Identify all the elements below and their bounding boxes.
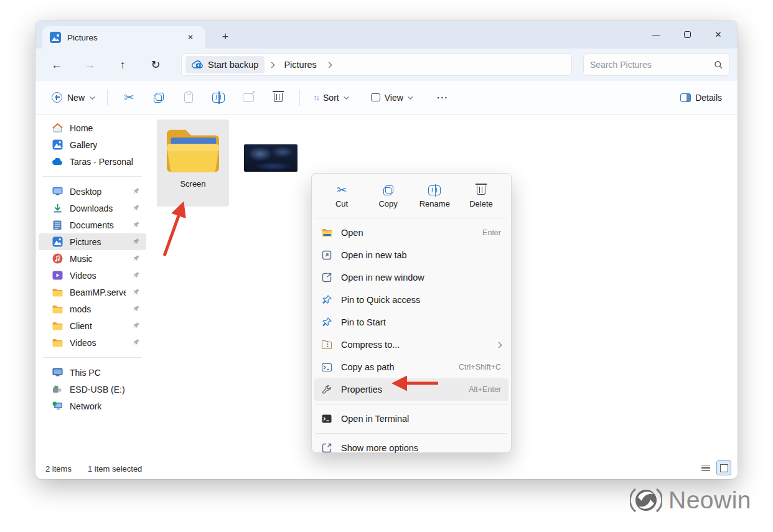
view-button[interactable]: View (364, 86, 418, 110)
usb-drive-icon (52, 384, 63, 395)
sidebar-divider (43, 176, 142, 177)
search-input[interactable] (590, 60, 714, 70)
sidebar-item-client[interactable]: Client (39, 317, 146, 334)
menu-item-pin-to-start[interactable]: Pin to Start (314, 311, 508, 334)
share-icon (243, 93, 254, 102)
folder-icon (52, 287, 63, 298)
pin-icon (133, 220, 140, 230)
menu-item-open-in-new-tab[interactable]: Open in new tab (314, 244, 508, 266)
sidebar-item-videos[interactable]: Videos (39, 267, 146, 284)
sort-button-label: Sort (323, 93, 339, 103)
menu-divider (316, 218, 507, 218)
explorer-body: Home Gallery Taras - Personal (35, 114, 738, 458)
show-more-options-icon (321, 442, 332, 454)
sort-button[interactable]: ↑↓ Sort (306, 86, 354, 110)
menu-item-copy-as-path[interactable]: Copy as path Ctrl+Shift+C (314, 356, 508, 378)
sidebar-item-label: Network (70, 401, 101, 411)
sidebar-item-label: Taras - Personal (70, 157, 133, 167)
sidebar-item-downloads[interactable]: Downloads (39, 200, 146, 217)
cut-menu-button[interactable]: ✂ Cut (322, 180, 362, 212)
more-options-button[interactable]: ⋯ (429, 86, 456, 110)
trash-icon (274, 93, 283, 102)
sidebar-item-gallery[interactable]: Gallery (39, 136, 146, 153)
menu-item-pin-to-quick-access[interactable]: Pin to Quick access (314, 289, 508, 311)
minimize-button[interactable]: — (640, 21, 672, 49)
details-button-label: Details (695, 93, 722, 103)
tab-close-icon[interactable]: ✕ (183, 30, 198, 45)
tab-pictures[interactable]: Pictures ✕ (42, 26, 205, 49)
menu-item-open-in-terminal[interactable]: Open in Terminal (314, 408, 508, 430)
search-icon[interactable] (714, 60, 723, 70)
navigation-pane: Home Gallery Taras - Personal (35, 114, 149, 458)
sidebar-item-label: Pictures (70, 237, 101, 247)
back-button[interactable]: ← (44, 54, 69, 76)
view-button-label: View (385, 93, 403, 103)
paste-button[interactable] (176, 86, 202, 110)
delete-button[interactable] (265, 86, 291, 110)
rename-menu-button[interactable]: Rename (415, 180, 454, 212)
start-backup-button[interactable]: Start backup (185, 56, 265, 73)
menu-item-compress-to[interactable]: Compress to... (314, 334, 508, 356)
onedrive-icon (52, 156, 63, 167)
menu-item-properties[interactable]: Properties Alt+Enter (314, 378, 508, 401)
sidebar-item-mods[interactable]: mods (39, 301, 146, 317)
search-box[interactable] (583, 54, 730, 76)
pin-icon (321, 294, 332, 306)
sidebar-item-music[interactable]: Music (39, 250, 146, 267)
breadcrumb-chevron-icon[interactable] (326, 62, 332, 68)
sidebar-item-this-pc[interactable]: This PC (39, 364, 146, 381)
menu-item-label: Pin to Quick access (341, 295, 420, 305)
cut-button[interactable]: ✂ (116, 86, 142, 110)
chevron-down-icon (408, 94, 413, 99)
share-button[interactable] (235, 86, 261, 110)
selection-count: 1 item selected (88, 464, 142, 474)
sidebar-item-label: Videos (70, 338, 96, 348)
documents-icon (52, 220, 63, 231)
sidebar-item-documents[interactable]: Documents (39, 217, 146, 233)
menu-item-label: Properties (341, 385, 382, 394)
file-tile-screenshots-folder[interactable]: Screen (157, 119, 229, 207)
menu-item-open-in-new-window[interactable]: Open in new window (314, 266, 508, 289)
menu-item-show-more-options[interactable]: Show more options (314, 437, 508, 459)
forward-button[interactable]: → (77, 54, 102, 76)
sidebar-item-esd-usb[interactable]: ESD-USB (E:) (39, 381, 146, 398)
copy-as-path-icon (321, 362, 332, 373)
sidebar-item-onedrive-personal[interactable]: Taras - Personal (39, 153, 146, 170)
delete-menu-button[interactable]: Delete (461, 180, 501, 212)
file-list-area[interactable]: Screen ✂ Cut Copy (149, 114, 738, 458)
new-tab-button[interactable]: + (216, 28, 235, 45)
folder-large-icon (164, 124, 222, 175)
address-bar[interactable]: Start backup Pictures (181, 54, 572, 76)
list-view-toggle[interactable] (699, 461, 713, 475)
new-button[interactable]: New (44, 86, 101, 110)
sidebar-item-network[interactable]: Network (39, 398, 146, 414)
refresh-button[interactable]: ↻ (143, 54, 168, 76)
breadcrumb-location[interactable]: Pictures (279, 60, 321, 70)
menu-item-open[interactable]: Open Enter (314, 222, 508, 244)
thumbnail-view-icon (720, 464, 728, 472)
music-icon (52, 253, 63, 264)
breadcrumb-chevron-icon[interactable] (269, 62, 275, 68)
context-menu: ✂ Cut Copy Rename Del (311, 173, 512, 453)
pin-icon (133, 304, 140, 314)
thumbnail-view-toggle[interactable] (716, 460, 731, 475)
sidebar-item-desktop[interactable]: Desktop (39, 183, 146, 200)
sidebar-item-videos-folder[interactable]: Videos (39, 334, 146, 351)
close-button[interactable]: ✕ (703, 21, 734, 49)
details-pane-button[interactable]: Details (673, 86, 729, 110)
rename-icon (212, 93, 225, 103)
copy-button[interactable] (146, 86, 172, 110)
sidebar-item-home[interactable]: Home (39, 119, 146, 136)
copy-menu-button[interactable]: Copy (368, 180, 408, 212)
maximize-button[interactable] (672, 21, 703, 49)
cut-icon: ✂ (337, 184, 347, 197)
folder-icon (52, 337, 63, 348)
up-button[interactable]: ↑ (110, 54, 135, 76)
sidebar-item-beammp-server[interactable]: BeamMP.server (39, 284, 146, 301)
rename-button[interactable] (205, 86, 232, 110)
file-tile-image-thumbnail[interactable] (244, 144, 297, 172)
folder-icon (52, 304, 63, 315)
cut-icon: ✂ (124, 91, 134, 103)
sidebar-item-pictures[interactable]: Pictures (39, 233, 146, 250)
menu-item-label: Open in Terminal (341, 414, 409, 424)
